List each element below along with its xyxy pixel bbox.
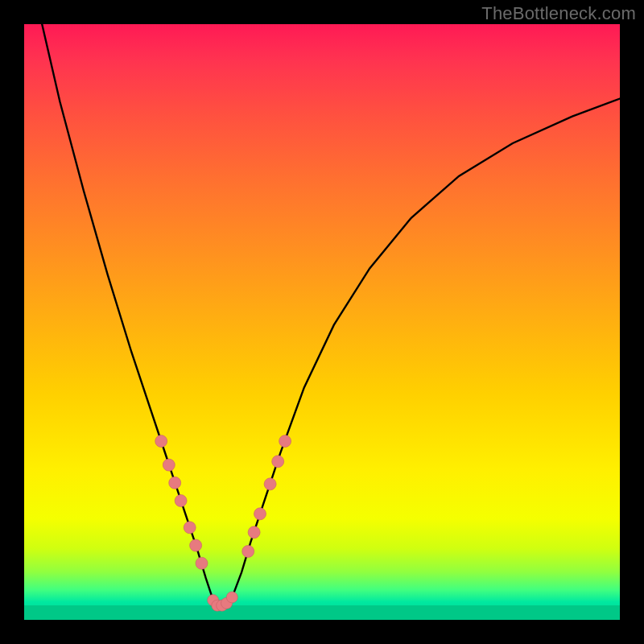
chart-frame: TheBottleneck.com xyxy=(0,0,644,644)
curve-marker xyxy=(254,508,266,520)
curve-marker xyxy=(279,436,291,448)
curve-marker xyxy=(155,436,167,448)
curve-marker xyxy=(184,522,196,534)
bottleneck-curve xyxy=(42,24,620,605)
curve-marker xyxy=(272,456,284,468)
chart-plot-area xyxy=(24,24,620,620)
curve-marker xyxy=(248,526,260,539)
curve-markers xyxy=(155,436,291,612)
watermark-text: TheBottleneck.com xyxy=(481,3,636,24)
curve-marker xyxy=(196,557,208,569)
chart-svg xyxy=(24,24,620,620)
curve-marker xyxy=(175,495,187,507)
curve-marker xyxy=(190,539,202,551)
curve-marker xyxy=(169,477,181,489)
curve-marker xyxy=(242,545,254,557)
curve-marker xyxy=(163,459,175,471)
curve-marker xyxy=(264,478,276,490)
curve-marker xyxy=(226,592,237,603)
